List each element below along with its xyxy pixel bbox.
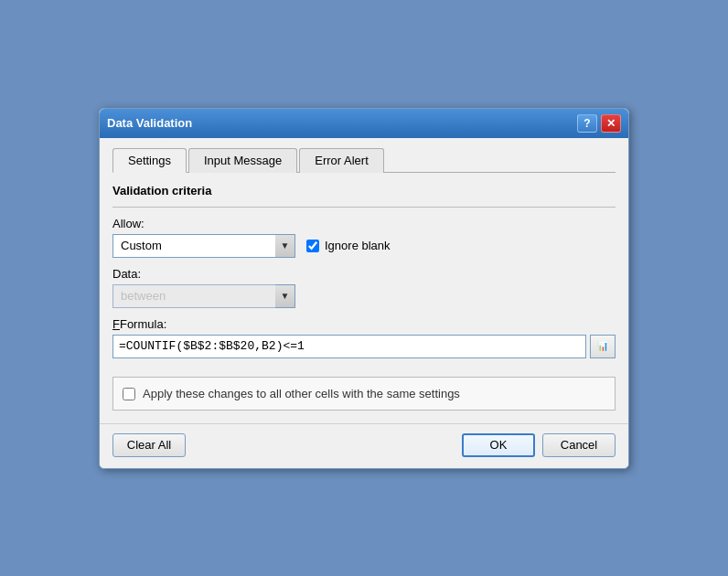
ignore-blank-checkbox[interactable]: [306, 240, 319, 252]
tab-input-message[interactable]: Input Message: [188, 148, 297, 173]
formula-range-icon: 📊: [597, 341, 608, 351]
help-label: ?: [583, 117, 590, 130]
allow-field-group: Allow: Any value Whole number Decimal Li…: [112, 217, 616, 258]
apply-checkbox[interactable]: [123, 388, 135, 400]
data-field-group: Data: between ▼: [112, 267, 616, 308]
right-buttons: OK Cancel: [462, 433, 616, 457]
close-button[interactable]: ✕: [601, 114, 621, 133]
tab-error-alert[interactable]: Error Alert: [299, 148, 384, 173]
formula-label: FFormula:: [112, 317, 616, 331]
formula-row: 📊: [112, 335, 616, 358]
divider: [112, 207, 616, 208]
bottom-buttons: Clear All OK Cancel: [100, 423, 628, 468]
ignore-blank-row: Ignore blank: [306, 239, 391, 252]
dialog-body: Settings Input Message Error Alert Valid…: [100, 138, 628, 423]
allow-label: Allow:: [112, 217, 616, 230]
data-select[interactable]: between: [112, 284, 295, 308]
ignore-blank-label: Ignore blank: [325, 239, 391, 252]
clear-all-button[interactable]: Clear All: [112, 433, 186, 457]
data-validation-dialog: Data Validation ? ✕ Settings Input Messa…: [99, 108, 629, 469]
formula-field-group: FFormula: 📊: [112, 317, 616, 358]
formula-input[interactable]: [112, 335, 586, 358]
title-bar-buttons: ? ✕: [577, 114, 621, 133]
help-button[interactable]: ?: [577, 114, 597, 133]
close-icon: ✕: [606, 117, 616, 130]
dialog-title: Data Validation: [107, 116, 192, 130]
tabs: Settings Input Message Error Alert: [112, 147, 616, 173]
data-label: Data:: [112, 267, 616, 281]
data-select-wrapper: between ▼: [112, 284, 295, 308]
apply-row: Apply these changes to all other cells w…: [112, 377, 616, 411]
apply-text: Apply these changes to all other cells w…: [143, 387, 460, 400]
section-title: Validation criteria: [112, 184, 616, 197]
allow-select[interactable]: Any value Whole number Decimal List Date…: [112, 234, 295, 258]
allow-select-wrapper: Any value Whole number Decimal List Date…: [112, 234, 295, 258]
formula-range-button[interactable]: 📊: [590, 335, 616, 358]
tab-settings[interactable]: Settings: [112, 148, 187, 173]
allow-row: Any value Whole number Decimal List Date…: [112, 234, 616, 258]
cancel-button[interactable]: Cancel: [542, 433, 616, 457]
ok-button[interactable]: OK: [462, 433, 535, 457]
title-bar: Data Validation ? ✕: [100, 109, 628, 138]
